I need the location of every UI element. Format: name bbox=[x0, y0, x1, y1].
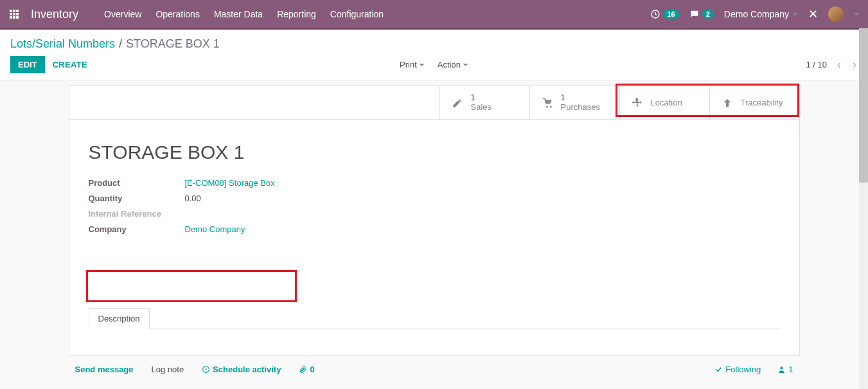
breadcrumb: Lots/Serial Numbers / STORAGE BOX 1 bbox=[0, 30, 868, 53]
chatter-bar: Send message Log note Schedule activity … bbox=[69, 365, 800, 374]
stat-purchases-label: Purchases bbox=[561, 103, 600, 113]
paperclip-icon bbox=[299, 365, 307, 374]
company-switcher[interactable]: Demo Company bbox=[724, 9, 798, 19]
nav-operations[interactable]: Operations bbox=[155, 9, 199, 19]
field-company-label: Company bbox=[89, 224, 185, 234]
activities-badge: 16 bbox=[663, 10, 678, 19]
nav-menu: Overview Operations Master Data Reportin… bbox=[104, 9, 384, 19]
attachments-button[interactable]: 0 bbox=[299, 365, 314, 374]
stat-traceability-button[interactable]: Traceability bbox=[709, 86, 799, 120]
toolbar: EDIT CREATE Print Action 1 / 10 ‹ › bbox=[0, 53, 868, 80]
field-company-value[interactable]: Demo Company bbox=[185, 224, 245, 234]
send-message-button[interactable]: Send message bbox=[75, 365, 134, 374]
nav-overview[interactable]: Overview bbox=[104, 9, 141, 19]
stat-location-button[interactable]: Location bbox=[619, 86, 709, 120]
check-icon bbox=[714, 365, 723, 374]
following-label: Following bbox=[725, 365, 761, 374]
print-label: Print bbox=[400, 60, 417, 69]
action-label: Action bbox=[438, 60, 461, 69]
stat-sales-label: Sales bbox=[471, 103, 492, 113]
scrollbar-thumb[interactable] bbox=[859, 28, 868, 183]
schedule-activity-button[interactable]: Schedule activity bbox=[202, 365, 281, 374]
apps-icon[interactable] bbox=[9, 9, 19, 19]
field-quantity-label: Quantity bbox=[89, 194, 185, 203]
close-icon[interactable]: ✕ bbox=[808, 7, 818, 21]
record-title: STORAGE BOX 1 bbox=[69, 120, 799, 175]
stat-traceability-label: Traceability bbox=[741, 98, 783, 108]
user-caret-icon bbox=[854, 13, 859, 15]
clock-icon bbox=[202, 365, 210, 374]
stat-location-label: Location bbox=[651, 98, 682, 108]
field-product-label: Product bbox=[89, 178, 185, 188]
field-internal-reference-label: Internal Reference bbox=[89, 209, 185, 219]
stat-purchases-button[interactable]: 1 Purchases bbox=[529, 86, 619, 120]
user-avatar[interactable] bbox=[828, 6, 844, 22]
arrow-up-icon bbox=[722, 97, 733, 109]
user-icon bbox=[777, 365, 786, 374]
caret-down-icon bbox=[420, 64, 425, 66]
pencil-icon bbox=[452, 97, 463, 109]
tab-description[interactable]: Description bbox=[89, 308, 150, 329]
company-name: Demo Company bbox=[724, 9, 789, 19]
followers-button[interactable]: 1 bbox=[777, 365, 793, 374]
caret-down-icon bbox=[793, 13, 798, 15]
breadcrumb-sep: / bbox=[119, 37, 122, 51]
app-name: Inventory bbox=[31, 8, 78, 21]
breadcrumb-parent[interactable]: Lots/Serial Numbers bbox=[10, 37, 115, 51]
move-icon bbox=[632, 97, 643, 109]
pager-text: 1 / 10 bbox=[806, 60, 827, 69]
action-dropdown[interactable]: Action bbox=[438, 60, 468, 69]
nav-master-data[interactable]: Master Data bbox=[214, 9, 263, 19]
messages-badge: 2 bbox=[702, 10, 714, 19]
caret-down-icon bbox=[463, 64, 468, 66]
clock-icon bbox=[650, 9, 660, 19]
attachments-count: 0 bbox=[310, 365, 314, 374]
field-internal-reference: Internal Reference bbox=[89, 206, 780, 221]
form-sheet: 1 Sales 1 Purchases Location Traceabilit… bbox=[69, 86, 800, 356]
field-quantity-value: 0.00 bbox=[185, 194, 201, 203]
nav-reporting[interactable]: Reporting bbox=[277, 9, 316, 19]
field-group: Product [E-COM08] Storage Box Quantity 0… bbox=[69, 175, 799, 249]
print-dropdown[interactable]: Print bbox=[400, 60, 425, 69]
pager-prev[interactable]: ‹ bbox=[836, 58, 842, 71]
breadcrumb-current: STORAGE BOX 1 bbox=[126, 37, 220, 51]
stat-purchases-count: 1 bbox=[561, 93, 600, 103]
messages-button[interactable]: 2 bbox=[689, 9, 714, 19]
cart-icon bbox=[542, 97, 553, 109]
schedule-activity-label: Schedule activity bbox=[213, 365, 281, 374]
field-product: Product [E-COM08] Storage Box bbox=[89, 175, 780, 190]
field-quantity: Quantity 0.00 bbox=[89, 190, 780, 206]
log-note-button[interactable]: Log note bbox=[152, 365, 184, 374]
scrollbar[interactable] bbox=[859, 28, 868, 389]
field-product-value[interactable]: [E-COM08] Storage Box bbox=[185, 178, 275, 188]
chat-icon bbox=[689, 9, 700, 19]
stat-sales-count: 1 bbox=[471, 93, 492, 103]
activities-button[interactable]: 16 bbox=[650, 9, 678, 19]
svg-point-2 bbox=[781, 366, 783, 369]
tabs: Description bbox=[89, 307, 780, 329]
pager: 1 / 10 ‹ › bbox=[806, 58, 858, 71]
stat-button-box: 1 Sales 1 Purchases Location Traceabilit… bbox=[69, 86, 799, 120]
followers-count: 1 bbox=[788, 365, 793, 374]
field-company: Company Demo Company bbox=[89, 221, 780, 237]
control-panel: Lots/Serial Numbers / STORAGE BOX 1 EDIT… bbox=[0, 30, 868, 80]
stat-sales-button[interactable]: 1 Sales bbox=[439, 86, 529, 120]
following-button[interactable]: Following bbox=[714, 365, 761, 374]
create-button[interactable]: CREATE bbox=[53, 60, 87, 69]
top-navbar: Inventory Overview Operations Master Dat… bbox=[0, 0, 868, 28]
pager-next[interactable]: › bbox=[851, 58, 858, 71]
annotation-highlight-fields bbox=[86, 270, 297, 302]
edit-button[interactable]: EDIT bbox=[10, 56, 45, 73]
nav-configuration[interactable]: Configuration bbox=[330, 9, 384, 19]
